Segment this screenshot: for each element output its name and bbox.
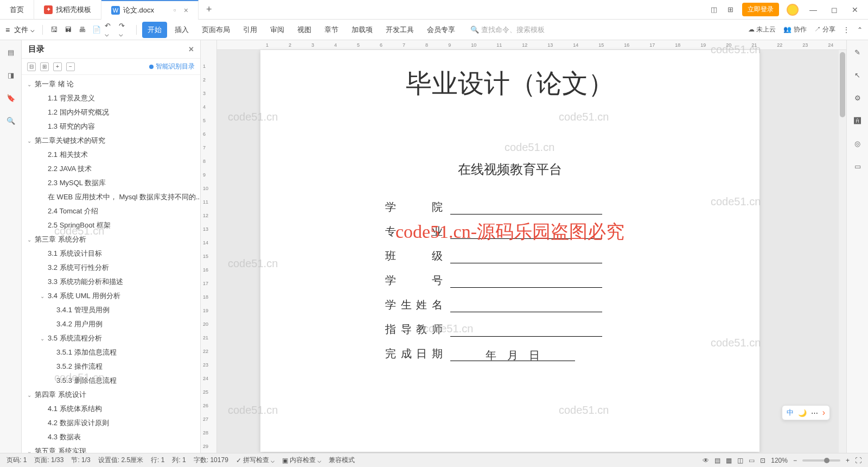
undo-icon[interactable]: ↶ ⌵ <box>105 24 117 36</box>
menu-addons[interactable]: 加载项 <box>346 22 378 38</box>
menu-layout[interactable]: 页面布局 <box>196 22 235 38</box>
sb-pagecode[interactable]: 页码: 1 <box>7 456 27 465</box>
redo-icon[interactable]: ↷ ⌵ <box>119 24 131 36</box>
sb-indent[interactable]: 设置值: 2.5厘米 <box>98 456 143 465</box>
outline-item[interactable]: 3.4.2 用户用例 <box>22 317 200 331</box>
tab-menu-icon[interactable]: ▫ <box>174 6 176 14</box>
sb-compat[interactable]: 兼容模式 <box>329 456 355 465</box>
view-print-icon[interactable]: ▤ <box>714 457 720 464</box>
print-preview-icon[interactable]: 📄 <box>91 24 103 36</box>
add-icon[interactable]: + <box>53 62 62 71</box>
command-search[interactable]: 🔍 查找命令、搜索模板 <box>470 25 545 35</box>
zoom-slider[interactable] <box>802 459 840 462</box>
sb-section[interactable]: 节: 1/3 <box>71 456 90 465</box>
outline-item[interactable]: 2.1 相关技术 <box>22 148 200 162</box>
outline-item[interactable]: 3.5.3 删除信息流程 <box>22 374 200 388</box>
document-page[interactable]: 毕业设计（论文） 在线视频教育平台 学 院 专 业 班 级 学 号 学生姓名 指… <box>260 50 760 452</box>
sb-line[interactable]: 行: 1 <box>151 456 164 465</box>
collab-button[interactable]: 👥 协作 <box>783 25 806 34</box>
login-button[interactable]: 立即登录 <box>742 3 779 16</box>
menu-chapter[interactable]: 章节 <box>319 22 344 38</box>
outline-item[interactable]: 3.5.2 操作流程 <box>22 359 200 374</box>
eye-icon[interactable]: 👁 <box>703 457 709 464</box>
ime-moon-icon[interactable]: 🌙 <box>798 409 807 417</box>
zoom-slider-thumb[interactable] <box>824 458 829 463</box>
target-icon[interactable]: ◎ <box>852 138 863 149</box>
cursor-icon[interactable]: ↖ <box>852 70 863 80</box>
outline-item[interactable]: ⌄第四章 系统设计 <box>22 388 200 402</box>
outline-item[interactable]: 1.1 背景及意义 <box>22 91 200 105</box>
ime-toolbar[interactable]: 中 🌙 ⋯ › <box>782 405 830 420</box>
outline-item[interactable]: 4.2 数据库设计原则 <box>22 416 200 430</box>
vertical-scrollbar[interactable] <box>839 50 846 453</box>
view-read-icon[interactable]: ▭ <box>749 457 755 464</box>
outline-item[interactable]: 1.3 研究的内容 <box>22 119 200 134</box>
expand-all-icon[interactable]: ⊟ <box>27 62 36 71</box>
sb-words[interactable]: 字数: 10179 <box>194 456 228 465</box>
ime-dots-icon[interactable]: ⋯ <box>811 409 818 417</box>
outline-item[interactable]: 2.5 SpringBoot 框架 <box>22 218 200 232</box>
outline-item[interactable]: ⌄3.4 系统 UML 用例分析 <box>22 289 200 303</box>
remove-icon[interactable]: − <box>66 62 75 71</box>
chevron-down-icon[interactable]: ⌄ <box>27 81 35 87</box>
outline-item[interactable]: ⌄第二章关键技术的研究 <box>22 134 200 148</box>
outline-item[interactable]: 2.4 Tomcat 介绍 <box>22 204 200 218</box>
sb-spell[interactable]: ✓拼写检查 ⌵ <box>236 456 275 465</box>
zoom-fit-icon[interactable]: ⊡ <box>760 457 765 464</box>
more-icon[interactable]: ⋮ <box>843 26 850 34</box>
chevron-down-icon[interactable]: ⌄ <box>27 237 35 243</box>
sb-col[interactable]: 列: 1 <box>172 456 186 465</box>
horizontal-ruler[interactable]: 1234567891011121314151617181920212223242… <box>217 40 846 50</box>
vertical-ruler[interactable]: 1234567891011121314151617181920212223242… <box>201 40 217 453</box>
view-web-icon[interactable]: ▦ <box>726 457 732 464</box>
pencil-icon[interactable]: ✎ <box>852 47 863 58</box>
outline-item[interactable]: ⌄第一章 绪 论 <box>22 77 200 91</box>
menu-vip[interactable]: 会员专享 <box>422 22 461 38</box>
chevron-down-icon[interactable]: ⌄ <box>40 293 48 299</box>
save-as-icon[interactable]: 🖬 <box>62 24 74 36</box>
search-icon[interactable]: 🔍 <box>5 115 16 126</box>
reading-mode-icon[interactable]: ◫ <box>710 5 718 14</box>
outline-icon[interactable]: ▤ <box>5 47 16 58</box>
chevron-down-icon[interactable]: ⌄ <box>40 336 48 342</box>
chevron-down-icon[interactable]: ⌄ <box>27 138 35 144</box>
view-outline-icon[interactable]: ◫ <box>737 457 743 464</box>
translate-icon[interactable]: 🅰 <box>852 115 863 126</box>
menu-references[interactable]: 引用 <box>238 22 263 38</box>
sb-content[interactable]: ▣内容检查 ⌵ <box>282 456 321 465</box>
zoom-out-icon[interactable]: − <box>793 457 797 464</box>
minimize-icon[interactable]: — <box>806 3 820 16</box>
menu-start[interactable]: 开始 <box>142 22 167 38</box>
outline-item[interactable]: 4.3 数据表 <box>22 430 200 444</box>
zoom-level[interactable]: 120% <box>771 457 788 464</box>
outline-item[interactable]: 3.2 系统可行性分析 <box>22 261 200 275</box>
avatar[interactable] <box>787 4 799 16</box>
outline-tree[interactable]: ⌄第一章 绪 论1.1 背景及意义1.2 国内外研究概况1.3 研究的内容⌄第二… <box>22 75 200 453</box>
file-menu[interactable]: 文件 ⌵ <box>14 25 35 35</box>
bookmark-icon[interactable]: 🔖 <box>5 92 16 103</box>
collapse-all-icon[interactable]: ⊞ <box>40 62 49 71</box>
chevron-down-icon[interactable]: ⌄ <box>27 392 35 398</box>
outline-item[interactable]: ⌄第三章 系统分析 <box>22 232 200 247</box>
ime-arrow-icon[interactable]: › <box>822 408 825 418</box>
share-button[interactable]: ↗ 分享 <box>814 25 835 34</box>
outline-item[interactable]: 在 WEB 应用技术中， Mysql 数据库支持不同的... <box>22 190 200 204</box>
outline-item[interactable]: 3.4.1 管理员用例 <box>22 303 200 317</box>
outline-item[interactable]: 3.3 系统功能分析和描述 <box>22 275 200 289</box>
print-icon[interactable]: 🖶 <box>76 24 88 36</box>
outline-item[interactable]: 3.5.1 添加信息流程 <box>22 345 200 359</box>
outline-item[interactable]: 4.1 系统体系结构 <box>22 402 200 416</box>
collapse-ribbon-icon[interactable]: ⌃ <box>857 26 863 34</box>
fullscreen-icon[interactable]: ⛶ <box>855 457 861 464</box>
close-icon[interactable]: × <box>184 6 188 15</box>
outline-item[interactable]: 2.3 MySQL 数据库 <box>22 176 200 190</box>
menu-devtools[interactable]: 开发工具 <box>380 22 419 38</box>
outline-item[interactable]: ⌄第五章 系统实现 <box>22 444 200 453</box>
menu-icon[interactable]: ≡ <box>5 26 10 34</box>
maximize-icon[interactable]: ◻ <box>828 3 841 16</box>
tab-home[interactable]: 首页 <box>0 0 34 20</box>
outline-item[interactable]: 2.2 JAVA 技术 <box>22 162 200 176</box>
menu-insert[interactable]: 插入 <box>169 22 194 38</box>
menu-view[interactable]: 视图 <box>292 22 317 38</box>
tab-template[interactable]: ✦ 找稻壳模板 <box>34 0 101 20</box>
